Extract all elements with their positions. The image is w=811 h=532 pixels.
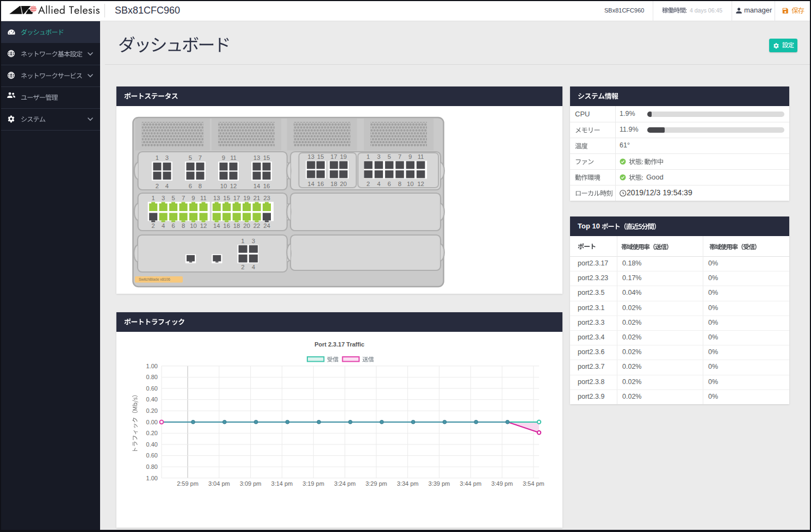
svg-text:10: 10 <box>190 222 197 229</box>
svg-text:1.00: 1.00 <box>146 475 158 481</box>
svg-text:7: 7 <box>182 195 185 201</box>
svg-text:10: 10 <box>220 183 227 189</box>
svg-text:15: 15 <box>223 195 230 201</box>
svg-text:16: 16 <box>263 183 270 189</box>
svg-text:0.40: 0.40 <box>146 441 158 448</box>
svg-text:6: 6 <box>171 222 175 229</box>
svg-text:0.20: 0.20 <box>146 407 158 414</box>
svg-text:20: 20 <box>243 222 250 229</box>
svg-text:0.60: 0.60 <box>146 385 158 392</box>
svg-text:13: 13 <box>308 153 315 160</box>
svg-text:3:19 pm: 3:19 pm <box>302 480 324 487</box>
svg-text:12: 12 <box>200 222 207 229</box>
svg-text:10: 10 <box>407 181 414 187</box>
svg-text:0.60: 0.60 <box>146 452 158 459</box>
svg-text:9: 9 <box>222 154 225 161</box>
svg-text:3:44 pm: 3:44 pm <box>460 480 481 487</box>
svg-text:3:09 pm: 3:09 pm <box>240 480 262 487</box>
svg-text:21: 21 <box>253 195 261 201</box>
svg-text:17: 17 <box>233 195 240 201</box>
svg-text:2: 2 <box>156 183 159 189</box>
svg-text:22: 22 <box>253 222 261 229</box>
svg-text:1: 1 <box>152 195 155 201</box>
svg-text:3:34 pm: 3:34 pm <box>397 480 419 487</box>
svg-text:19: 19 <box>340 153 347 160</box>
svg-text:1: 1 <box>367 153 370 160</box>
svg-text:4: 4 <box>165 183 169 189</box>
svg-text:0.80: 0.80 <box>146 374 158 380</box>
svg-text:5: 5 <box>171 195 175 201</box>
svg-text:9: 9 <box>191 195 195 201</box>
svg-text:1: 1 <box>241 238 244 244</box>
svg-text:15: 15 <box>263 154 270 161</box>
svg-text:17: 17 <box>331 153 338 160</box>
svg-text:2: 2 <box>241 264 244 270</box>
svg-text:2:59 pm: 2:59 pm <box>177 480 199 487</box>
svg-text:8: 8 <box>182 222 185 229</box>
svg-text:3:29 pm: 3:29 pm <box>366 480 387 487</box>
svg-text:11: 11 <box>230 154 237 161</box>
svg-text:5: 5 <box>387 153 391 160</box>
svg-text:11: 11 <box>418 153 424 160</box>
svg-text:20: 20 <box>340 181 347 187</box>
svg-text:6: 6 <box>387 181 391 187</box>
svg-text:14: 14 <box>253 183 261 189</box>
svg-text:18: 18 <box>233 222 240 229</box>
svg-text:0.20: 0.20 <box>146 430 158 436</box>
svg-text:8: 8 <box>199 183 202 189</box>
svg-text:3: 3 <box>165 154 169 161</box>
svg-text:16: 16 <box>317 181 324 187</box>
svg-text:3:24 pm: 3:24 pm <box>334 480 356 487</box>
svg-text:3: 3 <box>252 238 255 244</box>
svg-text:24: 24 <box>263 222 270 229</box>
svg-text:7: 7 <box>398 153 401 160</box>
svg-text:18: 18 <box>331 181 338 187</box>
svg-text:12: 12 <box>230 183 237 189</box>
svg-text:4: 4 <box>252 264 255 270</box>
svg-text:0.40: 0.40 <box>146 396 158 403</box>
svg-text:1.00: 1.00 <box>146 363 158 369</box>
svg-text:0.80: 0.80 <box>146 463 158 470</box>
svg-text:19: 19 <box>243 195 250 201</box>
svg-text:3:39 pm: 3:39 pm <box>429 480 450 487</box>
svg-text:1: 1 <box>156 154 159 161</box>
svg-text:3:54 pm: 3:54 pm <box>523 480 544 487</box>
svg-text:3: 3 <box>162 195 165 201</box>
svg-text:15: 15 <box>317 153 324 160</box>
svg-text:3:04 pm: 3:04 pm <box>208 480 230 487</box>
svg-text:4: 4 <box>377 181 380 187</box>
svg-text:11: 11 <box>200 195 207 201</box>
svg-text:9: 9 <box>408 153 412 160</box>
svg-text:8: 8 <box>398 181 401 187</box>
svg-text:6: 6 <box>189 183 192 189</box>
svg-text:2: 2 <box>152 222 155 229</box>
svg-text:SwitchBlade x8106: SwitchBlade x8106 <box>139 277 170 281</box>
svg-text:5: 5 <box>189 154 192 161</box>
svg-text:16: 16 <box>223 222 230 229</box>
svg-text:3:49 pm: 3:49 pm <box>491 480 513 487</box>
svg-text:0.00: 0.00 <box>146 419 158 425</box>
svg-text:2: 2 <box>367 181 370 187</box>
svg-text:12: 12 <box>417 181 424 187</box>
svg-text:14: 14 <box>308 181 315 187</box>
svg-text:14: 14 <box>213 222 220 229</box>
svg-text:7: 7 <box>199 154 202 161</box>
svg-text:4: 4 <box>162 222 165 229</box>
svg-text:3: 3 <box>377 153 380 160</box>
svg-text:23: 23 <box>263 195 270 201</box>
svg-text:13: 13 <box>253 154 261 161</box>
svg-text:13: 13 <box>213 195 220 201</box>
svg-text:3:14 pm: 3:14 pm <box>271 480 293 487</box>
